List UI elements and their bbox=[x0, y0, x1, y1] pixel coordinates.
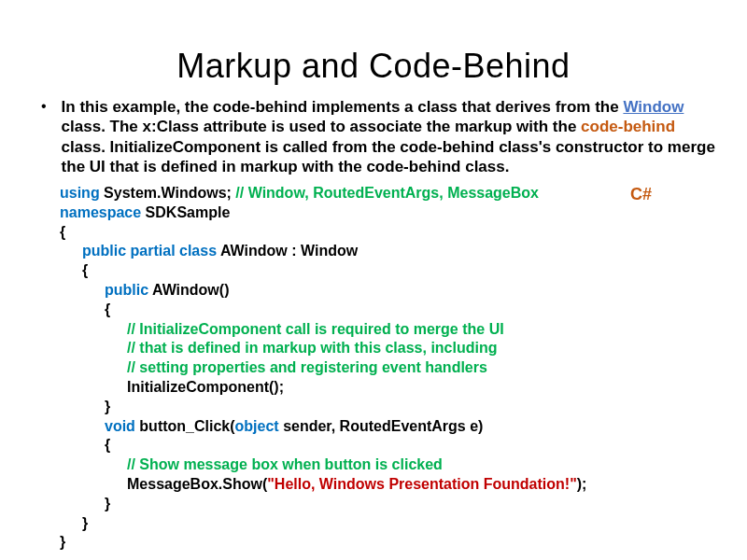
code-text: AWindow : Window bbox=[220, 243, 358, 259]
code-text: ); bbox=[577, 476, 587, 492]
kw-using: using bbox=[60, 185, 104, 201]
code-text: MessageBox.Show( bbox=[127, 476, 267, 492]
code-text: sender, RoutedEventArgs e) bbox=[283, 418, 483, 434]
desc-part4: class. InitializeComponent is called fro… bbox=[62, 138, 715, 175]
xclass-bold: x:Class bbox=[143, 118, 199, 135]
desc-part1: In this example, the code-behind impleme… bbox=[62, 98, 624, 116]
code-line: } bbox=[60, 514, 710, 534]
code-line: public partial class AWindow : Window bbox=[60, 242, 710, 261]
code-line: { bbox=[60, 223, 710, 243]
code-line: using System.Windows; // Window, RoutedE… bbox=[60, 184, 710, 203]
code-line: MessageBox.Show("Hello, Windows Presenta… bbox=[60, 475, 710, 495]
string-literal: "Hello, Windows Presentation Foundation!… bbox=[267, 476, 576, 492]
description-block: • In this example, the code-behind imple… bbox=[28, 97, 719, 176]
code-text: System.Windows; bbox=[104, 185, 235, 201]
code-line: namespace SDKSample bbox=[60, 203, 710, 223]
code-line: { bbox=[60, 261, 710, 281]
comment-line: // InitializeComponent call is required … bbox=[60, 320, 710, 340]
code-text: SDKSample bbox=[146, 204, 231, 220]
desc-part3: attribute is used to associate the marku… bbox=[199, 118, 581, 135]
kw-namespace: namespace bbox=[60, 204, 146, 220]
code-text: button_Click( bbox=[139, 418, 234, 434]
comment-line: // Show message box when button is click… bbox=[60, 455, 710, 475]
comment-line: // setting properties and registering ev… bbox=[60, 358, 710, 378]
kw-class: public partial class bbox=[82, 243, 220, 259]
code-line: } bbox=[60, 495, 710, 514]
kw-object: object bbox=[235, 418, 284, 434]
kw-void: void bbox=[105, 418, 139, 434]
comment-line: // that is defined in markup with this c… bbox=[60, 339, 710, 358]
codebehind-orange: code-behind bbox=[581, 118, 675, 135]
code-line: } bbox=[60, 398, 710, 417]
desc-part2: class. The bbox=[62, 118, 143, 135]
description-text: In this example, the code-behind impleme… bbox=[62, 97, 715, 176]
code-line: void button_Click(object sender, RoutedE… bbox=[60, 417, 710, 437]
slide-title: Markup and Code-Behind bbox=[28, 47, 719, 86]
code-line: { bbox=[60, 301, 710, 320]
code-text: AWindow() bbox=[152, 282, 230, 298]
code-line: } bbox=[60, 533, 710, 553]
code-line: { bbox=[60, 436, 710, 455]
code-block: C# using System.Windows; // Window, Rout… bbox=[28, 184, 719, 553]
language-badge: C# bbox=[630, 184, 652, 205]
bullet-icon: • bbox=[41, 97, 47, 115]
code-line: InitializeComponent(); bbox=[60, 378, 710, 398]
code-line: public AWindow() bbox=[60, 281, 710, 301]
window-link[interactable]: Window bbox=[623, 98, 684, 116]
kw-public: public bbox=[105, 282, 152, 298]
comment: // Window, RoutedEventArgs, MessageBox bbox=[235, 185, 539, 201]
